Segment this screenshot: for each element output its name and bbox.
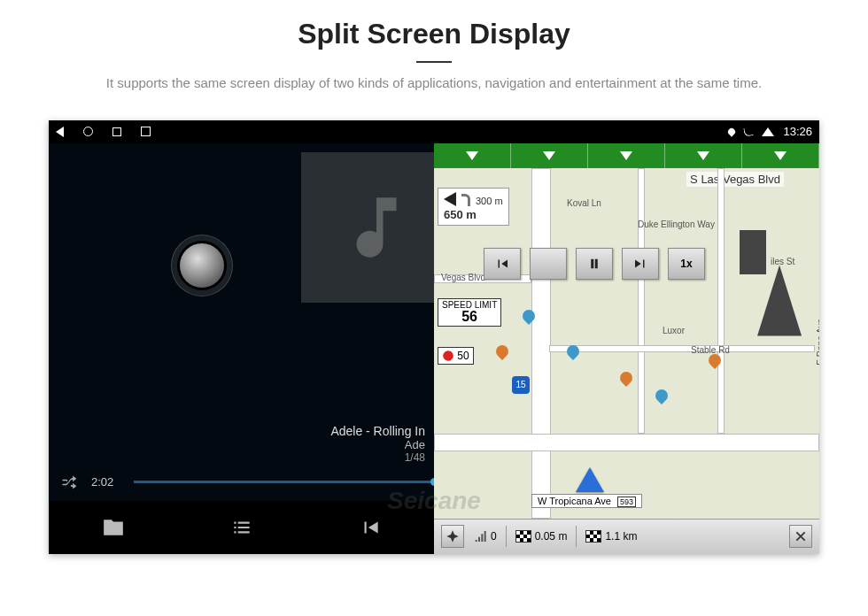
elapsed-time: 2:02: [91, 475, 121, 489]
svg-point-0: [443, 350, 453, 361]
location-icon: [727, 127, 737, 136]
title-divider: [416, 61, 452, 63]
building-icon: [757, 266, 802, 336]
skip-next-icon: [632, 256, 648, 272]
distance-1: 0.05 m: [535, 530, 568, 543]
phone-icon: [744, 127, 755, 137]
back-icon[interactable]: [56, 127, 64, 137]
poi-icon[interactable]: [617, 369, 635, 387]
browse-button[interactable]: [49, 501, 177, 554]
skip-prev-icon: [494, 256, 510, 272]
lane-arrow-icon: [620, 151, 632, 160]
shuffle-button[interactable]: [59, 473, 79, 492]
screenshot-icon[interactable]: [141, 127, 151, 136]
next-road-label: W Tropicana Ave 593: [531, 494, 642, 508]
map-pane[interactable]: S Las Vegas Blvd 300 m 650 m Koval Ln Du…: [434, 143, 819, 554]
album-art-placeholder: [301, 152, 452, 303]
poi-icon[interactable]: [706, 351, 724, 369]
recent-icon[interactable]: [112, 127, 121, 136]
map-next-button[interactable]: [622, 248, 659, 280]
track-meta: Adele - Rolling In Ade 1/48: [49, 424, 434, 464]
prev-icon: [359, 516, 382, 539]
music-note-icon: [337, 188, 416, 267]
next-road-name: W Tropicana Ave: [538, 496, 611, 506]
track-artist: Ade: [49, 438, 425, 451]
map-speed-button[interactable]: 1x: [668, 248, 705, 280]
device-frame: 13:26 Adele - Rolling In Ade 1/48 2:02: [49, 120, 819, 554]
map-prev-button[interactable]: [484, 248, 521, 280]
status-bar: 13:26: [49, 120, 819, 143]
speed-limit-sign: SPEED LIMIT 56: [438, 298, 501, 327]
next-road-num: 593: [617, 497, 636, 507]
track-title: Adele - Rolling In: [49, 424, 425, 438]
signal-icon: [473, 529, 487, 543]
poi-icon[interactable]: [520, 307, 538, 325]
previous-button[interactable]: [306, 501, 434, 554]
speed-limit-value: 56: [442, 310, 497, 324]
wifi-icon: [762, 127, 774, 136]
lane-arrow-icon: [466, 151, 478, 160]
list-icon: [230, 516, 253, 539]
lane-arrow-icon: [774, 151, 787, 160]
map-pause-button[interactable]: [576, 248, 613, 280]
track-index: 1/48: [49, 451, 425, 464]
page-title: Split Screen Display: [0, 18, 868, 50]
home-icon[interactable]: [83, 127, 93, 136]
map-menu-button[interactable]: [441, 525, 464, 548]
poi-icon[interactable]: [493, 343, 511, 360]
flag-icon: [515, 530, 531, 543]
compass-icon: [446, 529, 460, 543]
lane-guidance: [434, 143, 819, 168]
flag-icon: [585, 530, 601, 543]
signal-value: 0: [491, 530, 497, 543]
speed-limit-caption: SPEED LIMIT: [442, 301, 497, 310]
route-shield-icon: [442, 350, 454, 362]
lane-arrow-icon: [543, 151, 555, 160]
joystick-control[interactable]: [177, 241, 227, 290]
map-bottom-bar: 0 0.05 m 1.1 km: [434, 519, 819, 554]
music-pane: Adele - Rolling In Ade 1/48 2:02: [49, 143, 434, 554]
map-close-button[interactable]: [789, 525, 812, 548]
flag-icon: [541, 258, 555, 269]
building-icon: [740, 230, 766, 274]
position-cursor-icon: [576, 467, 604, 492]
progress-bar[interactable]: [134, 481, 434, 483]
music-controls: [49, 501, 434, 554]
speed-label: 1x: [680, 258, 692, 270]
playlist-button[interactable]: [177, 501, 306, 554]
pause-icon: [586, 256, 602, 272]
clock: 13:26: [783, 125, 812, 138]
page-subtitle: It supports the same screen display of t…: [71, 73, 797, 94]
map-stop-button[interactable]: [530, 248, 567, 280]
shuffle-icon: [60, 474, 78, 491]
poi-icon[interactable]: [653, 387, 670, 404]
poi-icon[interactable]: [564, 343, 582, 360]
route-number: 50: [457, 350, 469, 362]
close-icon: [794, 530, 807, 543]
lane-arrow-icon: [697, 151, 709, 160]
highway-shield: 15: [512, 376, 530, 394]
route-marker: 50: [438, 347, 474, 366]
distance-2: 1.1 km: [605, 530, 637, 543]
folder-icon: [102, 516, 125, 539]
